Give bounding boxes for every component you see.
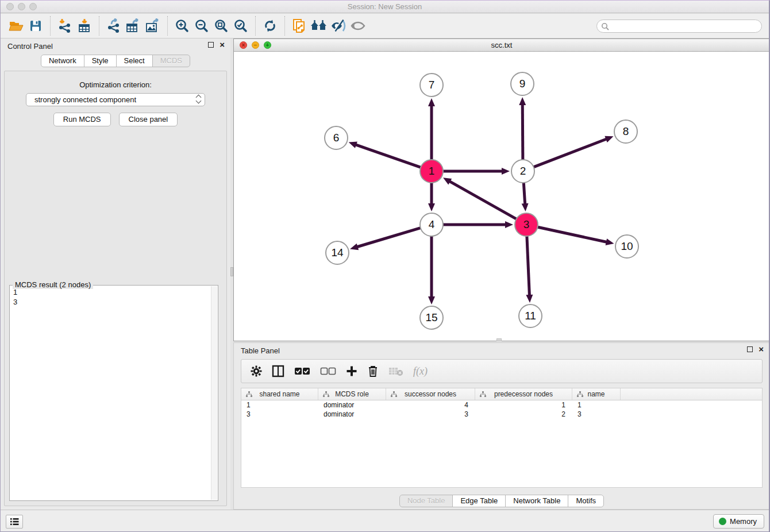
control-panel-tabs: NetworkStyleSelectMCDS	[1, 55, 230, 67]
graph-node-1[interactable]: 1	[419, 159, 444, 183]
show-graphics-details-button[interactable]	[348, 16, 368, 36]
toolbar-separator	[99, 16, 99, 36]
graph-arrowhead	[349, 142, 357, 148]
task-list-icon	[10, 518, 19, 526]
show-column-icon	[272, 365, 284, 377]
column-header-predecessor-nodes[interactable]: predecessor nodes	[475, 388, 572, 400]
table-mode-gear-button[interactable]	[251, 365, 262, 377]
search-input[interactable]	[596, 20, 762, 33]
graph-node-7[interactable]: 7	[419, 73, 444, 97]
column-header-name[interactable]: name	[572, 388, 621, 400]
zoom-in-button[interactable]	[172, 16, 192, 36]
tab-network-table[interactable]: Network Table	[505, 495, 568, 507]
unselect-all-columns-button[interactable]	[320, 367, 336, 375]
tab-motifs[interactable]: Motifs	[568, 495, 604, 507]
run-mcds-button[interactable]: Run MCDS	[53, 113, 111, 126]
tab-style[interactable]: Style	[84, 55, 117, 67]
graph-edge-4-14[interactable]	[356, 228, 421, 247]
table-row[interactable]: 3dominator323	[241, 410, 762, 419]
graph-node-3[interactable]: 3	[514, 213, 538, 237]
graph-node-15[interactable]: 15	[419, 306, 444, 330]
result-scrollbar[interactable]	[211, 286, 217, 500]
graph-edge-3-10[interactable]	[537, 227, 608, 242]
delete-table-button[interactable]	[388, 366, 403, 376]
zoom-selected-button[interactable]	[231, 16, 251, 36]
float-panel-button[interactable]	[208, 42, 214, 48]
clone-network-button[interactable]	[290, 16, 309, 36]
table-cell: dominator	[318, 410, 386, 418]
criterion-select[interactable]: strongly connected component	[26, 93, 205, 106]
hide-graphics-details-button[interactable]	[329, 16, 348, 36]
zoom-fit-button[interactable]	[211, 16, 231, 36]
graph-node-14[interactable]: 14	[325, 241, 349, 265]
zoom-out-button[interactable]	[192, 16, 211, 36]
import-network-button[interactable]	[55, 16, 75, 36]
graph-edge-3-11[interactable]	[527, 236, 530, 296]
graph-node-9[interactable]: 9	[510, 72, 534, 96]
network-view-window: × − + scc.txt 7968124314101511	[233, 38, 770, 341]
table-mode-gear-icon	[251, 365, 262, 377]
network-window-titlebar[interactable]: × − + scc.txt	[234, 39, 769, 52]
table-cell: dominator	[318, 401, 386, 409]
tab-network[interactable]: Network	[41, 55, 84, 67]
save-session-button[interactable]	[26, 16, 45, 36]
tab-select[interactable]: Select	[116, 55, 153, 67]
network-canvas[interactable]: 7968124314101511	[234, 52, 769, 341]
graph-edge-3-1[interactable]	[449, 181, 517, 219]
table-cell: 3	[386, 410, 475, 418]
float-table-panel-button[interactable]	[747, 346, 753, 352]
graph-node-2[interactable]: 2	[511, 159, 535, 183]
graph-edge-2-8[interactable]	[533, 138, 608, 167]
show-column-button[interactable]	[272, 365, 284, 377]
graph-node-6[interactable]: 6	[324, 126, 348, 150]
delete-column-button[interactable]	[367, 365, 379, 377]
panel-divider-grip[interactable]	[230, 267, 233, 276]
zoom-selected-icon	[233, 18, 248, 33]
toolbar-separator	[167, 16, 168, 36]
tab-mcds[interactable]: MCDS	[152, 55, 190, 67]
node-table: shared nameMCDS rolesuccessor nodesprede…	[241, 388, 763, 488]
select-stepper-icon	[197, 95, 201, 103]
save-session-icon	[29, 19, 43, 33]
table-cell: 1	[572, 401, 621, 409]
close-panel-button[interactable]: ×	[220, 42, 225, 48]
column-header-successor-nodes[interactable]: successor nodes	[386, 388, 475, 400]
close-table-panel-button[interactable]: ×	[759, 346, 764, 352]
graph-node-8[interactable]: 8	[614, 119, 638, 144]
show-graphics-details-icon	[350, 19, 366, 33]
export-network-icon	[106, 18, 121, 33]
import-table-button[interactable]	[75, 16, 94, 36]
graph-node-11[interactable]: 11	[518, 304, 542, 328]
toolbar-separator	[284, 16, 285, 36]
graph-edge-2-9[interactable]	[522, 103, 523, 160]
mcds-result-text[interactable]: 1 3	[13, 287, 210, 499]
close-panel-button-inline[interactable]: Close panel	[119, 113, 178, 126]
graph-node-10[interactable]: 10	[615, 234, 639, 259]
export-network-button[interactable]	[104, 16, 124, 36]
tab-edge-table[interactable]: Edge Table	[452, 495, 506, 507]
network-resize-grip[interactable]	[496, 338, 502, 341]
graph-node-4[interactable]: 4	[419, 213, 444, 237]
toolbar-separator	[50, 16, 51, 36]
refresh-layout-button[interactable]	[260, 16, 280, 36]
zoom-out-icon	[194, 18, 209, 33]
column-header-shared-name[interactable]: shared name	[241, 388, 318, 400]
tab-node-table[interactable]: Node Table	[399, 495, 453, 507]
table-panel: Table Panel ×	[233, 342, 770, 510]
column-header-MCDS-role[interactable]: MCDS role	[318, 388, 386, 400]
graph-edge-2-3[interactable]	[523, 182, 525, 205]
export-table-button[interactable]	[124, 16, 143, 36]
memory-button[interactable]: Memory	[713, 514, 764, 529]
table-row[interactable]: 1dominator411	[241, 400, 762, 410]
function-builder-button[interactable]: f(x)	[413, 365, 428, 377]
first-neighbors-button[interactable]	[309, 16, 329, 36]
memory-status-icon	[719, 518, 726, 525]
export-image-button[interactable]	[143, 16, 163, 36]
add-column-icon	[346, 365, 357, 377]
add-column-button[interactable]	[346, 365, 357, 377]
graph-edge-1-6[interactable]	[355, 144, 421, 168]
task-history-button[interactable]	[6, 515, 23, 529]
search-container	[596, 20, 762, 33]
select-all-columns-button[interactable]	[294, 367, 310, 375]
open-session-button[interactable]	[6, 16, 26, 36]
